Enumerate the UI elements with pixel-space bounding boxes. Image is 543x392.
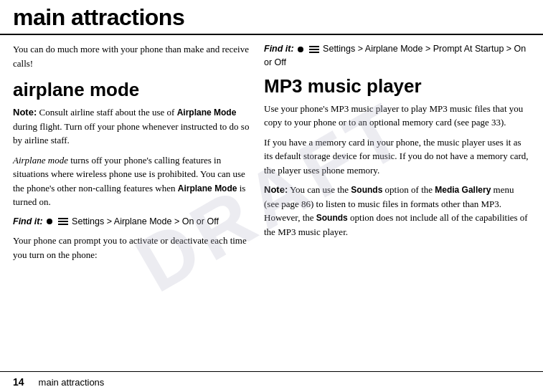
prompt-paragraph: Your phone can prompt you to activate or… <box>13 234 250 262</box>
intro-text: You can do much more with your phone tha… <box>13 42 250 70</box>
mp3-note-label: Note: <box>264 184 288 195</box>
sounds-inline2: Sounds <box>316 213 348 223</box>
italic-paragraph: Airplane mode turns off your phone's cal… <box>13 153 250 209</box>
page-header: main attractions <box>0 0 543 35</box>
find-it-left: Find it: Settings > Airplane Mode > On o… <box>13 215 250 229</box>
find-it-label-left: Find it: <box>13 216 43 226</box>
footer-page-number: 14 <box>13 376 24 388</box>
content-area: You can do much more with your phone tha… <box>0 35 543 267</box>
right-column: Find it: Settings > Airplane Mode > Prom… <box>264 42 530 267</box>
footer-section-name: main attractions <box>39 377 105 388</box>
mp3-para2: If you have a memory card in your phone,… <box>264 135 530 178</box>
page-footer: 14 main attractions <box>0 373 543 392</box>
italic-start: Airplane mode <box>13 155 68 166</box>
nav-dot-left <box>45 216 56 226</box>
find-it-right-top: Find it: Settings > Airplane Mode > Prom… <box>264 42 530 70</box>
mp3-note-text2: option of the <box>382 184 435 195</box>
media-gallery-inline: Media Gallery <box>435 185 491 195</box>
nav-dot-right <box>296 44 307 54</box>
airplane-mode-heading: airplane mode <box>13 79 250 101</box>
sounds-inline: Sounds <box>351 185 382 195</box>
find-it-label-right: Find it: <box>264 44 294 54</box>
mp3-heading: MP3 music player <box>264 75 530 97</box>
mp3-note-text: You can use the <box>288 184 351 195</box>
footer-divider <box>0 371 543 372</box>
find-it-text-left: Settings > Airplane Mode > On or Off <box>72 216 219 226</box>
menu-icon-right <box>308 44 323 54</box>
mp3-para1: Use your phone's MP3 music player to pla… <box>264 102 530 130</box>
mp3-note: Note: You can use the Sounds option of t… <box>264 183 530 239</box>
note-paragraph: Note: Consult airline staff about the us… <box>13 105 250 148</box>
left-column: You can do much more with your phone tha… <box>13 42 250 267</box>
note-text: Consult airline staff about the use of <box>37 107 176 118</box>
page-title: main attractions <box>13 4 530 31</box>
page-container: DRAFT main attractions You can do much m… <box>0 0 543 392</box>
note-text2: during flight. Turn off your phone whene… <box>13 121 249 146</box>
airplane-mode-inline2: Airplane Mode <box>178 183 237 193</box>
airplane-mode-inline: Airplane Mode <box>177 107 237 118</box>
menu-icon-left <box>57 216 72 226</box>
note-label: Note: <box>13 107 37 118</box>
